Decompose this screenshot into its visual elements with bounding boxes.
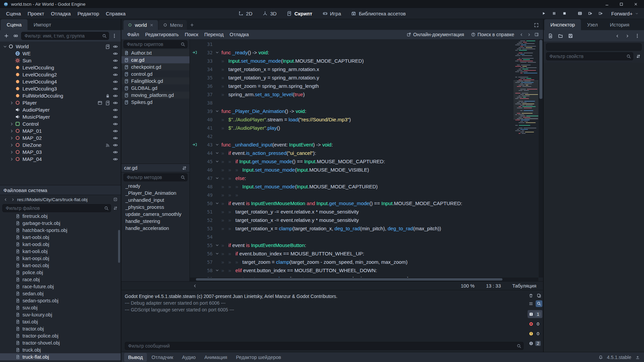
scene-tab-Menu[interactable]: Menu	[159, 20, 187, 30]
script-item[interactable]: GLOBAL.gd	[121, 84, 190, 92]
visibility-eye-icon[interactable]	[113, 72, 118, 77]
bottom-tab-Анимация[interactable]: Анимация	[200, 353, 231, 362]
signal-badge-icon[interactable]	[105, 142, 110, 148]
file-item[interactable]: kart-oozi.obj	[0, 262, 121, 269]
script-menu-Поиск[interactable]: Поиск	[182, 31, 201, 38]
code-line[interactable]: 36» target_zoom = spring_arm.spring_leng…	[190, 82, 538, 90]
script-badge-icon[interactable]	[105, 100, 110, 106]
visibility-eye-icon[interactable]	[113, 107, 118, 113]
code-line[interactable]: 49» » »	[190, 191, 538, 199]
pause-button[interactable]	[550, 9, 558, 17]
instance-badge-icon[interactable]	[97, 100, 103, 106]
code-fold-icon[interactable]	[215, 159, 219, 164]
script-menu-Переход[interactable]: Переход	[201, 31, 227, 38]
scene-filter-input[interactable]	[21, 32, 109, 40]
scene-tree-node[interactable]: LevelOcculing3	[0, 85, 121, 92]
scene-tree-node[interactable]: Control	[0, 120, 121, 127]
doc-link[interactable]: Онлайн-документация	[404, 31, 467, 38]
expand-arrow-icon[interactable]	[9, 150, 14, 155]
maximize-icon[interactable]	[619, 2, 624, 6]
expand-arrow-icon[interactable]	[9, 122, 14, 126]
vertical-scrollbar[interactable]	[539, 39, 543, 278]
file-item[interactable]: tractor-police.obj	[0, 332, 121, 339]
file-list-scrollbar[interactable]	[118, 230, 120, 263]
code-line[interactable]: 31	[190, 40, 538, 48]
code-line[interactable]: 50» if event is InputEventMouseMotion an…	[190, 199, 538, 207]
bottom-tab-Редактор шейдеров[interactable]: Редактор шейдеров	[232, 353, 285, 362]
tab-Инспектор[interactable]: Инспектор	[544, 19, 581, 30]
code-line[interactable]: 34» target_rotation_x = spring_arm.rotat…	[190, 65, 538, 73]
close-icon[interactable]	[634, 2, 638, 6]
workspace-3D[interactable]: 3D	[259, 9, 280, 18]
file-item[interactable]: race.obj	[0, 276, 121, 283]
expand-arrow-icon[interactable]	[9, 129, 14, 133]
workspace-Библиотека ассетов[interactable]: Библиотека ассетов	[348, 9, 409, 18]
workspace-2D[interactable]: 2D	[235, 9, 256, 18]
menu-Проект[interactable]: Проект	[24, 9, 47, 18]
code-line[interactable]: 58» » elif event.button_index == MOUSE_B…	[190, 266, 538, 275]
scene-tree-node[interactable]: LevelOcculing2	[0, 71, 121, 78]
movie-maker-button[interactable]	[576, 9, 584, 17]
file-item[interactable]: race-future.obj	[0, 283, 121, 290]
scene-tree-node[interactable]: WE	[0, 50, 121, 57]
filesystem-header[interactable]: Файловая система	[0, 185, 121, 195]
visibility-eye-icon[interactable]	[113, 65, 118, 70]
add-node-button[interactable]	[2, 32, 10, 40]
visibility-eye-icon[interactable]	[113, 121, 118, 127]
scene-tree-node[interactable]: MAP_03	[0, 148, 121, 156]
clear-output-button[interactable]	[528, 292, 534, 299]
tab-Узел[interactable]: Узел	[581, 19, 604, 30]
script-item[interactable]: Spikes.gd	[121, 99, 190, 106]
collapse-arrow-icon[interactable]	[3, 44, 7, 49]
new-resource-button[interactable]	[546, 32, 554, 40]
focus-file-icon[interactable]	[112, 196, 118, 202]
scene-tree-node[interactable]: World	[0, 43, 121, 50]
file-item[interactable]: sedan.obj	[0, 290, 121, 297]
code-line[interactable]: 42	[190, 132, 538, 140]
minimize-icon[interactable]	[605, 2, 609, 6]
code-fold-icon[interactable]	[215, 142, 219, 147]
file-item[interactable]: firetruck.obj	[0, 213, 121, 220]
code-line[interactable]: 44» if event.is_action_pressed("ui_cance…	[190, 149, 538, 157]
file-item[interactable]: kart-ooli.obj	[0, 248, 121, 255]
code-fold-icon[interactable]	[215, 268, 219, 273]
code-line[interactable]: 53» » target_rotation_x = clamp(target_r…	[190, 224, 538, 233]
code-line[interactable]: 39func _Player_Die_Animation() -> void:	[190, 107, 538, 115]
file-item[interactable]: tractor-shovel.obj	[0, 339, 121, 346]
new-scene-tab-button[interactable]	[187, 20, 196, 29]
load-resource-button[interactable]	[556, 32, 565, 40]
code-line[interactable]: 33» Input.set_mouse_mode(Input.MOUSE_MOD…	[190, 57, 538, 65]
visibility-eye-icon[interactable]	[113, 114, 118, 120]
code-line[interactable]: 57» » » target_zoom = clamp(target_zoom …	[190, 258, 538, 266]
code-line[interactable]: 40» $"../AudioPlayer".stream = load("res…	[190, 115, 538, 124]
method-item[interactable]: update_camera_smoothly	[121, 210, 190, 218]
file-item[interactable]: kart-oodi.obj	[0, 241, 121, 248]
menu-Отладка[interactable]: Отладка	[48, 9, 74, 18]
visibility-eye-icon[interactable]	[113, 93, 118, 99]
horizontal-scrollbar[interactable]	[190, 278, 538, 281]
code-fold-icon[interactable]	[215, 109, 219, 113]
script-history-back-icon[interactable]	[518, 31, 525, 38]
code-line[interactable]: 43func _unhandled_input(event: InputEven…	[190, 140, 538, 149]
file-item[interactable]: sedan-sports.obj	[0, 297, 121, 304]
menu-Сцена[interactable]: Сцена	[3, 9, 24, 18]
search-output-button[interactable]	[536, 300, 542, 307]
messages-filter-input[interactable]	[125, 342, 524, 350]
inspector-extras-button[interactable]	[633, 32, 641, 40]
method-item[interactable]: _ready	[121, 182, 190, 189]
warnings-filter-button[interactable]: 0	[528, 329, 542, 338]
renderer-dropdown[interactable]: Forward+	[608, 10, 641, 17]
stop-button[interactable]	[560, 9, 569, 17]
scene-tree-node[interactable]: MusicPlayer	[0, 113, 121, 120]
file-item[interactable]: van.obj	[0, 360, 121, 362]
method-item[interactable]: handle_steering	[121, 218, 190, 225]
methods-filter-input[interactable]	[123, 173, 187, 181]
info-filter-button[interactable]: 2	[528, 339, 542, 347]
code-fold-icon[interactable]	[215, 251, 219, 256]
nav-back-icon[interactable]	[2, 196, 8, 202]
file-item[interactable]: truck.obj	[0, 346, 121, 353]
script-item[interactable]: moving_platform.gd	[121, 92, 190, 99]
code-line[interactable]: 55» if event is InputEventMouseButton:	[190, 241, 538, 249]
menu-Справка[interactable]: Справка	[103, 9, 129, 18]
code-line[interactable]: 32func _ready() -> void:	[190, 48, 538, 57]
